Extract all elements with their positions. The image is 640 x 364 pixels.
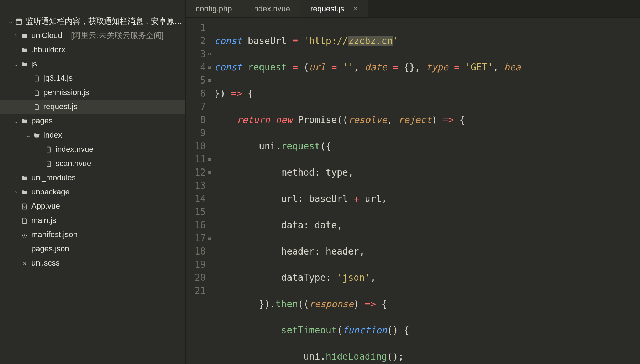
tree-label: uni_modules: [31, 173, 76, 182]
tree-label: permission.js: [43, 88, 89, 97]
chevron-right-icon: ›: [12, 189, 20, 195]
tree-label: .hbuilderx: [31, 45, 65, 54]
folder-open-icon: [20, 59, 29, 69]
vue-file-icon: V: [20, 202, 29, 211]
tree-label: js: [31, 59, 37, 69]
tree-item-permission[interactable]: › permission.js: [0, 85, 185, 100]
tree-item-unimodules[interactable]: › uni_modules: [0, 171, 185, 185]
svg-text:N: N: [48, 149, 49, 152]
svg-text:N: N: [48, 163, 49, 166]
tab-index-nvue[interactable]: index.nvue: [242, 0, 300, 17]
chevron-right-icon: ›: [12, 32, 20, 39]
js-file-icon: [20, 216, 29, 225]
tree-label: scan.nvue: [56, 159, 91, 168]
js-file-icon: [32, 74, 41, 83]
line-number-gutter: 123456789101112131415161718192021: [186, 21, 208, 364]
tree-label: index.nvue: [56, 145, 93, 154]
tree-item-request[interactable]: › request.js: [0, 100, 185, 114]
folder-icon: [20, 187, 29, 197]
tree-label: unpackage: [31, 187, 70, 197]
chevron-right-icon: ›: [12, 47, 20, 53]
tab-label: index.nvue: [252, 4, 290, 14]
project-title: 监听通知栏内容，获取通知栏消息，安卓原…: [26, 16, 182, 27]
cloud-folder-icon: [20, 31, 29, 40]
tree-item-pages[interactable]: ⌄ pages: [0, 114, 185, 128]
file-explorer: ⌄ 监听通知栏内容，获取通知栏消息，安卓原… › uniCloud – [阿里云…: [0, 0, 186, 364]
tree-label: uniCloud – [阿里云:未关联云服务空间]: [31, 30, 164, 41]
nvue-file-icon: N: [44, 145, 53, 154]
svg-text:[ ]: [ ]: [22, 247, 26, 252]
folder-open-icon: [20, 116, 29, 125]
project-root[interactable]: ⌄ 监听通知栏内容，获取通知栏消息，安卓原…: [0, 14, 185, 28]
tab-request-js[interactable]: request.js ✕: [300, 0, 368, 17]
tree-item-unicloud[interactable]: › uniCloud – [阿里云:未关联云服务空间]: [0, 28, 185, 43]
code-content[interactable]: const baseUrl = 'http://zzcbz.cn' const …: [214, 21, 640, 364]
tree-label: App.vue: [31, 202, 60, 211]
tree-item-uniscss[interactable]: › S uni.scss: [0, 256, 185, 270]
tree-item-hbuilderx[interactable]: › .hbuilderx: [0, 43, 185, 57]
fold-gutter: ⊟⊟⊟ ⊟⊟ ⊟: [208, 21, 214, 364]
tree-label: index: [43, 130, 62, 140]
folder-open-icon: [32, 130, 41, 140]
tree-item-manifest[interactable]: › {•} manifest.json: [0, 228, 185, 242]
tree-item-js[interactable]: ⌄ js: [0, 57, 185, 71]
tree-label: uni.scss: [31, 258, 59, 268]
tree-item-indexnvue[interactable]: › N index.nvue: [0, 142, 185, 156]
tree-item-appvue[interactable]: › V App.vue: [0, 199, 185, 213]
tree-label: request.js: [43, 102, 77, 111]
tree-item-jq314[interactable]: › jq3.14.js: [0, 71, 185, 85]
tree-label: pages: [31, 116, 53, 125]
scss-file-icon: S: [20, 258, 29, 268]
tree-item-pagesjson[interactable]: › [ ] pages.json: [0, 242, 185, 256]
json-file-icon: [ ]: [20, 244, 29, 253]
js-file-icon: [32, 88, 41, 97]
js-file-icon: [32, 102, 41, 111]
chevron-down-icon: ⌄: [12, 61, 20, 68]
tab-config-php[interactable]: config.php: [186, 0, 242, 17]
svg-text:S: S: [23, 261, 26, 266]
folder-icon: [20, 45, 29, 54]
tree-item-mainjs[interactable]: › main.js: [0, 213, 185, 228]
code-editor[interactable]: 123456789101112131415161718192021 ⊟⊟⊟ ⊟⊟…: [186, 18, 640, 364]
tree-label: pages.json: [31, 244, 69, 253]
tree-item-index[interactable]: ⌄ index: [0, 128, 185, 142]
chevron-down-icon: ⌄: [12, 118, 20, 124]
tree-item-unpackage[interactable]: › unpackage: [0, 185, 185, 199]
editor-tabbar: config.php index.nvue request.js ✕: [186, 0, 640, 18]
nvue-file-icon: N: [44, 159, 53, 168]
chevron-down-icon: ⌄: [24, 132, 32, 139]
tree-label: manifest.json: [31, 230, 78, 239]
svg-text:{•}: {•}: [22, 232, 27, 238]
json-file-icon: {•}: [20, 230, 29, 239]
close-icon[interactable]: ✕: [353, 5, 358, 13]
tree-item-scannvue[interactable]: › N scan.nvue: [0, 156, 185, 171]
tab-label: config.php: [196, 4, 232, 14]
chevron-down-icon: ⌄: [6, 18, 14, 25]
folder-icon: [20, 173, 29, 182]
svg-text:V: V: [23, 205, 25, 209]
chevron-right-icon: ›: [12, 175, 20, 181]
tree-label: jq3.14.js: [43, 74, 73, 83]
svg-rect-1: [16, 19, 22, 21]
editor-area: config.php index.nvue request.js ✕ 12345…: [186, 0, 640, 364]
tab-label: request.js: [310, 4, 344, 14]
tree-label: main.js: [31, 216, 56, 225]
project-icon: [14, 17, 23, 26]
